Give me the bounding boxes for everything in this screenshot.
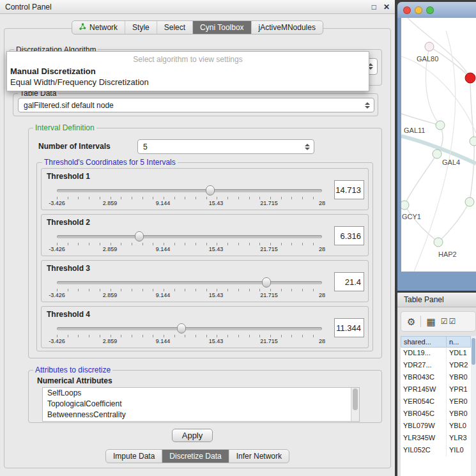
scale-label: 15.43: [209, 338, 224, 344]
tab-cyni-toolbox[interactable]: Cyni Toolbox: [192, 21, 250, 34]
threshold-value-field[interactable]: 21.4: [334, 272, 364, 291]
network-node[interactable]: [436, 121, 445, 130]
table-cell[interactable]: YBR0: [447, 372, 471, 384]
threshold-label: Threshold 2: [47, 218, 90, 227]
table-cell[interactable]: YDL19...: [401, 348, 447, 360]
table-row[interactable]: YBR045CYBR0: [401, 408, 471, 420]
columns-icon[interactable]: ▦: [426, 317, 435, 326]
network-canvas[interactable]: GAL80 GAL11 GAL4 GCY1 HAP2: [401, 18, 476, 272]
network-node[interactable]: [465, 197, 475, 207]
table-cell[interactable]: YLR3: [447, 433, 471, 445]
apply-button[interactable]: Apply: [172, 429, 213, 442]
table-row[interactable]: YPR145WYPR1: [401, 384, 471, 396]
algorithm-dropdown-popup: Select algorithm to view settings Manual…: [6, 51, 369, 91]
tab-select[interactable]: Select: [157, 21, 192, 34]
table-cell[interactable]: YIL052C: [401, 445, 447, 457]
thresholds-group-title: Threshold's Coordinates for 5 Intervals: [42, 158, 178, 167]
table-cell[interactable]: YIL0: [447, 445, 471, 457]
zoom-traffic-light-icon[interactable]: [426, 6, 434, 14]
table-cell[interactable]: YBR0: [447, 408, 471, 420]
tab-infer-network[interactable]: Infer Network: [229, 450, 289, 463]
list-item[interactable]: SelfLoops: [43, 388, 359, 399]
table-cell[interactable]: YLR345W: [401, 433, 447, 445]
column-header[interactable]: n...: [447, 336, 471, 348]
threshold-value-field[interactable]: 11.344: [334, 318, 364, 337]
slider-track[interactable]: [57, 235, 322, 238]
minimize-traffic-light-icon[interactable]: [415, 6, 422, 14]
attributes-list[interactable]: SelfLoops TopologicalCoefficient Between…: [42, 387, 360, 422]
select-none-icon[interactable]: ☑: [449, 318, 456, 325]
tab-discretize-data[interactable]: Discretize Data: [162, 450, 228, 463]
table-row[interactable]: YBR043CYBR0: [401, 372, 471, 384]
list-item[interactable]: BetweennessCentrality: [43, 410, 359, 420]
slider-thumb[interactable]: [177, 323, 186, 334]
tab-impute-data[interactable]: Impute Data: [106, 450, 162, 463]
network-node[interactable]: [434, 238, 443, 247]
slider-thumb[interactable]: [262, 277, 271, 288]
table-cell[interactable]: YDL1: [447, 348, 471, 360]
threshold-panel-2: Threshold 2 -3.4262.8599.14415.4321.7152…: [41, 214, 369, 256]
float-window-icon[interactable]: □: [372, 3, 376, 12]
algorithm-option-equal-width[interactable]: Equal Width/Frequency Discretization: [7, 77, 369, 88]
table-row[interactable]: YDR27...YDR2: [401, 360, 471, 372]
network-node[interactable]: [470, 137, 476, 146]
slider-track[interactable]: [57, 281, 322, 284]
table-cell[interactable]: YPR145W: [401, 384, 447, 396]
scrollbar-thumb[interactable]: [353, 388, 358, 410]
node-label: HAP2: [438, 250, 457, 258]
threshold-slider[interactable]: -3.4262.8599.14415.4321.71528: [57, 322, 322, 345]
stepper-icon: [305, 144, 310, 150]
algorithm-placeholder-option[interactable]: Select algorithm to view settings: [7, 52, 369, 66]
table-data-combobox[interactable]: galFiltered.sif default node: [18, 98, 374, 112]
slider-track[interactable]: [57, 189, 322, 192]
node-attribute-table: shared... n... YDL19...YDL1 YDR27...YDR2…: [401, 336, 471, 476]
table-row[interactable]: YBL079WYBL0: [401, 420, 471, 433]
column-header[interactable]: shared...: [401, 336, 447, 348]
scale-label: -3.426: [49, 246, 65, 252]
slider-thumb[interactable]: [135, 231, 144, 242]
table-scrollbar[interactable]: [471, 336, 476, 476]
table-cell[interactable]: YBR045C: [401, 408, 447, 420]
tab-label: Network: [89, 23, 118, 32]
attributes-group-title: Attributes to discretize: [33, 365, 112, 374]
scale-label: 15.43: [209, 246, 224, 252]
thresholds-group: Threshold's Coordinates for 5 Intervals …: [36, 162, 373, 351]
threshold-value-field[interactable]: 6.316: [334, 226, 364, 245]
network-node[interactable]: [433, 150, 442, 159]
gear-icon[interactable]: ⚙: [407, 317, 415, 326]
tab-jactivemnodules[interactable]: jActiveMNodules: [251, 21, 323, 34]
table-cell[interactable]: YDR27...: [401, 360, 447, 372]
network-node-selected[interactable]: [465, 73, 476, 84]
close-traffic-light-icon[interactable]: [403, 6, 411, 14]
table-row[interactable]: YIL052CYIL0: [401, 445, 471, 457]
threshold-slider[interactable]: -3.4262.8599.14415.4321.71528: [57, 276, 322, 299]
tab-style[interactable]: Style: [125, 21, 157, 34]
tab-network[interactable]: Network: [72, 21, 125, 34]
threshold-value-field[interactable]: 14.713: [334, 180, 364, 199]
toolbar-divider: [420, 316, 421, 327]
table-cell[interactable]: YER054C: [401, 396, 447, 408]
table-cell[interactable]: YBR043C: [401, 372, 447, 384]
table-cell[interactable]: YER0: [447, 396, 471, 408]
table-cell[interactable]: YBL079W: [401, 420, 447, 433]
threshold-slider[interactable]: -3.4262.8599.14415.4321.71528: [57, 184, 322, 207]
number-of-intervals-combobox[interactable]: 5: [137, 139, 314, 154]
table-cell[interactable]: YDR2: [447, 360, 471, 372]
attributes-scrollbar[interactable]: [351, 388, 359, 421]
node-label: GAL4: [442, 158, 460, 166]
algorithm-option-manual[interactable]: Manual Discretization: [7, 66, 369, 77]
table-cell[interactable]: YBL0: [447, 420, 471, 433]
select-all-icon[interactable]: ☑: [441, 318, 448, 325]
slider-track[interactable]: [57, 327, 322, 330]
threshold-slider[interactable]: -3.4262.8599.14415.4321.71528: [57, 230, 322, 253]
table-row[interactable]: YER054CYER0: [401, 396, 471, 408]
scrollbar-thumb[interactable]: [472, 338, 475, 365]
table-row[interactable]: YDL19...YDL1: [401, 348, 471, 360]
list-item[interactable]: TopologicalCoefficient: [43, 399, 359, 410]
slider-thumb[interactable]: [206, 185, 215, 196]
close-window-icon[interactable]: ✕: [383, 3, 390, 12]
network-node[interactable]: [425, 42, 434, 52]
table-row[interactable]: YLR345WYLR3: [401, 433, 471, 445]
slider-scale: -3.4262.8599.14415.4321.71528: [57, 338, 322, 345]
table-cell[interactable]: YPR1: [447, 384, 471, 396]
